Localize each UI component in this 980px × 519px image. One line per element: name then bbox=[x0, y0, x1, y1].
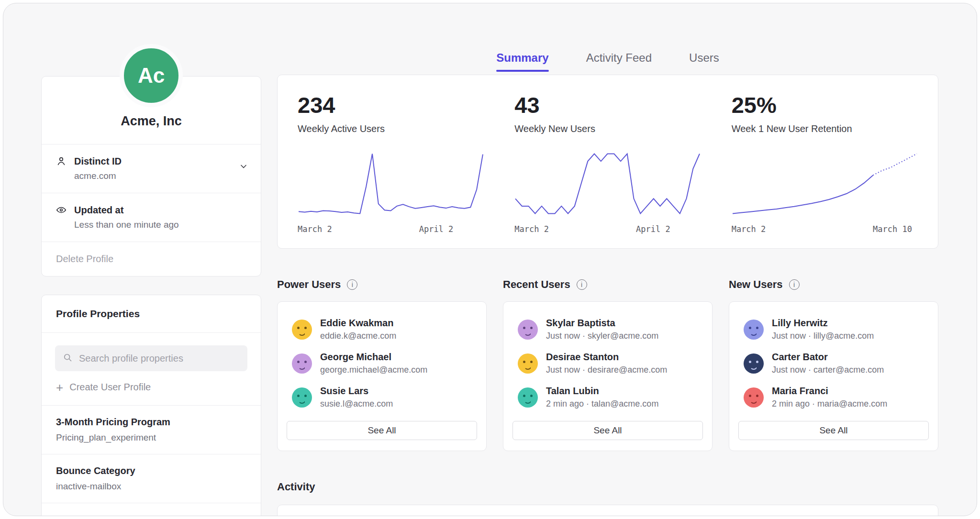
updated-at-texts: Updated at Less than one minute ago bbox=[74, 205, 179, 230]
chevron-down-icon[interactable] bbox=[239, 162, 248, 173]
company-avatar-initials: Ac bbox=[138, 64, 165, 88]
user-row[interactable]: George Michael george.michael@acme.com bbox=[284, 346, 479, 380]
distinct-id-label: Distinct ID bbox=[74, 156, 122, 167]
user-meta: george.michael@acme.com bbox=[320, 365, 427, 375]
user-meta: 2 min ago · talan@acme.com bbox=[546, 399, 658, 409]
create-user-profile-button[interactable]: + Create User Profile bbox=[56, 382, 246, 393]
updated-at-label: Updated at bbox=[74, 205, 179, 216]
user-avatar bbox=[744, 387, 764, 408]
user-name: Skylar Baptista bbox=[546, 318, 658, 329]
week1-retention-sparkline bbox=[732, 149, 918, 219]
property-row: Browser Chrome bbox=[42, 503, 261, 516]
stat-label: Weekly Active Users bbox=[298, 123, 484, 134]
user-row[interactable]: Lilly Herwitz Just now · lilly@acme.com bbox=[736, 312, 931, 346]
user-name: Eddie Kwakman bbox=[320, 318, 396, 329]
property-label: Bounce Category bbox=[56, 465, 246, 476]
weekly-new-users-sparkline bbox=[514, 149, 701, 219]
app-frame: Ac Acme, Inc Distinct ID acme.com bbox=[3, 3, 977, 516]
user-avatar bbox=[292, 320, 312, 340]
tick-label: March 10 bbox=[873, 224, 912, 234]
stat-value: 43 bbox=[514, 92, 701, 118]
delete-profile-button[interactable]: Delete Profile bbox=[42, 242, 261, 276]
property-value: inactive-mailbox bbox=[56, 481, 246, 492]
page: Ac Acme, Inc Distinct ID acme.com bbox=[0, 0, 980, 519]
user-row[interactable]: Talan Lubin 2 min ago · talan@acme.com bbox=[510, 380, 705, 414]
user-avatar bbox=[292, 353, 312, 374]
main-content: Summary Activity Feed Users 234 Weekly A… bbox=[277, 3, 938, 516]
info-icon[interactable]: i bbox=[347, 279, 357, 290]
property-label: Browser bbox=[56, 514, 246, 516]
user-name: Susie Lars bbox=[320, 386, 393, 397]
updated-at-value: Less than one minute ago bbox=[74, 220, 179, 230]
stat-weekly-new-users: 43 Weekly New Users March 2 April 2 bbox=[514, 92, 701, 234]
tick-label: April 2 bbox=[636, 224, 670, 234]
info-icon[interactable]: i bbox=[789, 279, 800, 290]
user-avatar bbox=[744, 353, 764, 374]
updated-at-row: Updated at Less than one minute ago bbox=[42, 193, 261, 242]
see-all-button[interactable]: See All bbox=[287, 421, 477, 440]
property-row: 3-Month Pricing Program Pricing_plan_exp… bbox=[42, 405, 261, 454]
profile-properties-title: Profile Properties bbox=[42, 295, 261, 333]
user-name: Talan Lubin bbox=[546, 386, 658, 397]
profile-properties-search[interactable] bbox=[55, 345, 247, 371]
user-name: Desirae Stanton bbox=[546, 352, 667, 363]
distinct-id-value: acme.com bbox=[74, 171, 122, 181]
company-name: Acme, Inc bbox=[42, 114, 261, 129]
recent-users-section: Recent Users i Skylar Baptista Just now … bbox=[503, 278, 713, 451]
user-meta: Just now · carter@acme.com bbox=[772, 365, 884, 375]
user-row[interactable]: Maria Franci 2 min ago · maria@acme.com bbox=[736, 380, 931, 414]
user-row[interactable]: Desirae Stanton Just now · desirare@acme… bbox=[510, 346, 705, 380]
stat-label: Week 1 New User Retention bbox=[732, 123, 918, 134]
property-label: 3-Month Pricing Program bbox=[56, 417, 246, 428]
user-meta: Just now · skyler@acme.com bbox=[546, 331, 658, 341]
recent-users-card: Skylar Baptista Just now · skyler@acme.c… bbox=[503, 301, 713, 451]
user-name: Maria Franci bbox=[772, 386, 887, 397]
user-meta: susie.l@acme.com bbox=[320, 399, 393, 409]
stat-week1-retention: 25% Week 1 New User Retention March 2 Ma… bbox=[732, 92, 918, 234]
property-row: Bounce Category inactive-mailbox bbox=[42, 454, 261, 503]
tab-activity-feed[interactable]: Activity Feed bbox=[586, 51, 652, 72]
stat-value: 234 bbox=[298, 92, 484, 118]
search-profile-properties-input[interactable] bbox=[78, 353, 240, 364]
user-name: Carter Bator bbox=[772, 352, 884, 363]
distinct-id-row[interactable]: Distinct ID acme.com bbox=[42, 144, 261, 193]
profile-sidebar: Ac Acme, Inc Distinct ID acme.com bbox=[41, 3, 261, 516]
eye-icon bbox=[56, 205, 67, 217]
user-avatar bbox=[744, 320, 764, 340]
section-title: Power Users bbox=[277, 278, 341, 291]
new-users-card: Lilly Herwitz Just now · lilly@acme.com … bbox=[729, 301, 938, 451]
section-title: Recent Users bbox=[503, 278, 570, 291]
activity-stats-card: 234 940 3.4k bbox=[277, 505, 938, 516]
user-avatar bbox=[518, 387, 538, 408]
property-value: Pricing_plan_experiment bbox=[56, 432, 246, 443]
create-user-profile-label: Create User Profile bbox=[69, 382, 151, 393]
user-row[interactable]: Carter Bator Just now · carter@acme.com bbox=[736, 346, 931, 380]
see-all-button[interactable]: See All bbox=[738, 421, 929, 440]
x-axis-ticks: March 2 March 10 bbox=[732, 224, 918, 234]
x-axis-ticks: March 2 April 2 bbox=[514, 224, 701, 234]
user-meta: 2 min ago · maria@acme.com bbox=[772, 399, 887, 409]
see-all-button[interactable]: See All bbox=[512, 421, 703, 440]
user-lists-row: Power Users i Eddie Kwakman eddie.k@acme… bbox=[277, 278, 938, 451]
info-icon[interactable]: i bbox=[577, 279, 587, 290]
tab-summary[interactable]: Summary bbox=[496, 51, 548, 72]
user-meta: Just now · lilly@acme.com bbox=[772, 331, 874, 341]
person-icon bbox=[56, 156, 67, 168]
user-row[interactable]: Eddie Kwakman eddie.k@acme.com bbox=[284, 312, 479, 346]
activity-title: Activity bbox=[277, 481, 938, 493]
user-avatar bbox=[518, 320, 538, 340]
user-meta: Just now · desirare@acme.com bbox=[546, 365, 667, 375]
user-name: Lilly Herwitz bbox=[772, 318, 874, 329]
user-row[interactable]: Susie Lars susie.l@acme.com bbox=[284, 380, 479, 414]
user-name: George Michael bbox=[320, 352, 427, 363]
tick-label: April 2 bbox=[419, 224, 454, 234]
profile-properties-card: Profile Properties + Create User Profile… bbox=[41, 295, 261, 516]
power-users-card: Eddie Kwakman eddie.k@acme.com George Mi… bbox=[277, 301, 487, 451]
section-title: New Users bbox=[729, 278, 783, 291]
tab-users[interactable]: Users bbox=[689, 51, 719, 72]
search-icon bbox=[63, 353, 72, 364]
tick-label: March 2 bbox=[298, 224, 332, 234]
power-users-section: Power Users i Eddie Kwakman eddie.k@acme… bbox=[277, 278, 487, 451]
company-avatar: Ac bbox=[120, 44, 183, 107]
user-row[interactable]: Skylar Baptista Just now · skyler@acme.c… bbox=[510, 312, 705, 346]
